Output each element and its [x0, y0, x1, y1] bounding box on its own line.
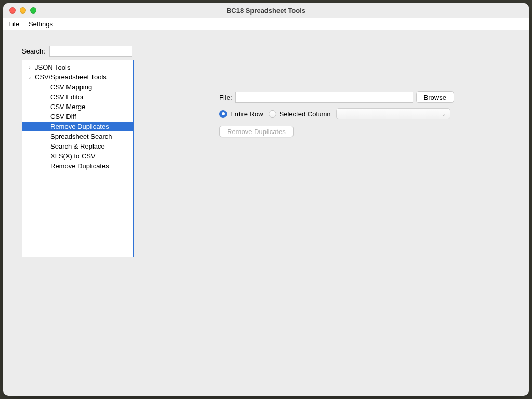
file-row: File: Browse	[219, 91, 510, 103]
tree-item-label: Search & Replace	[50, 142, 105, 150]
tree-item-label: Remove Duplicates	[50, 123, 109, 130]
search-input[interactable]	[49, 46, 132, 57]
window-title: BC18 Spreadsheet Tools	[3, 7, 529, 15]
tree-item[interactable]: Remove Duplicates	[22, 161, 133, 171]
file-label: File:	[219, 94, 232, 101]
search-label: Search:	[22, 47, 45, 55]
tool-panel: File: Browse Entire Row Selected Column …	[219, 91, 510, 137]
tree-item[interactable]: CSV Editor	[22, 92, 133, 102]
radio-entire-row[interactable]: Entire Row	[219, 110, 263, 118]
titlebar[interactable]: BC18 Spreadsheet Tools	[3, 3, 529, 18]
minimize-icon[interactable]	[20, 7, 26, 14]
app-window: BC18 Spreadsheet Tools File Settings Sea…	[3, 3, 529, 396]
tree-item[interactable]: XLS(X) to CSV	[22, 151, 133, 161]
tree-item[interactable]: ⌄CSV/Spreadsheet Tools	[22, 72, 133, 82]
menu-settings[interactable]: Settings	[29, 20, 53, 28]
tree-item[interactable]: ›JSON Tools	[22, 62, 133, 72]
tree-item-label: CSV Mapping	[50, 83, 92, 91]
zoom-icon[interactable]	[30, 7, 36, 14]
menubar: File Settings	[3, 18, 529, 30]
radio-selected-column[interactable]: Selected Column	[269, 110, 331, 118]
file-input[interactable]	[235, 92, 413, 103]
content-area: Search: ›JSON Tools⌄CSV/Spreadsheet Tool…	[3, 30, 529, 257]
chevron-down-icon: ⌄	[442, 111, 446, 117]
tree-item[interactable]: Remove Duplicates	[22, 122, 133, 131]
tree-item[interactable]: Search & Replace	[22, 141, 133, 151]
tree-item-label: Spreadsheet Search	[50, 132, 112, 140]
tree-item-label: Remove Duplicates	[50, 162, 109, 170]
radio-label: Entire Row	[230, 110, 263, 118]
scope-row: Entire Row Selected Column ⌄	[219, 108, 510, 119]
tree-item[interactable]: Spreadsheet Search	[22, 131, 133, 141]
tree-item-label: CSV Editor	[50, 93, 84, 101]
radio-icon	[269, 110, 276, 118]
chevron-down-icon[interactable]: ⌄	[26, 74, 33, 80]
chevron-right-icon[interactable]: ›	[26, 64, 33, 70]
radio-icon	[219, 110, 227, 118]
tree-item[interactable]: CSV Mapping	[22, 82, 133, 92]
tree-item-label: JSON Tools	[35, 63, 70, 71]
close-icon[interactable]	[9, 7, 16, 14]
tool-tree[interactable]: ›JSON Tools⌄CSV/Spreadsheet ToolsCSV Map…	[22, 60, 134, 257]
window-controls	[9, 7, 36, 14]
column-combo[interactable]: ⌄	[336, 108, 450, 119]
browse-button[interactable]: Browse	[416, 91, 454, 103]
tree-item-label: XLS(X) to CSV	[50, 152, 96, 160]
action-row: Remove Duplicates	[219, 126, 510, 137]
tree-item-label: CSV/Spreadsheet Tools	[35, 73, 107, 81]
tree-item[interactable]: CSV Diff	[22, 112, 133, 122]
search-row: Search:	[22, 46, 529, 57]
remove-duplicates-button[interactable]: Remove Duplicates	[219, 126, 294, 137]
tree-item-label: CSV Merge	[50, 103, 85, 111]
tree-item-label: CSV Diff	[50, 113, 76, 121]
menu-file[interactable]: File	[8, 20, 19, 28]
tree-item[interactable]: CSV Merge	[22, 102, 133, 112]
radio-label: Selected Column	[280, 110, 331, 118]
